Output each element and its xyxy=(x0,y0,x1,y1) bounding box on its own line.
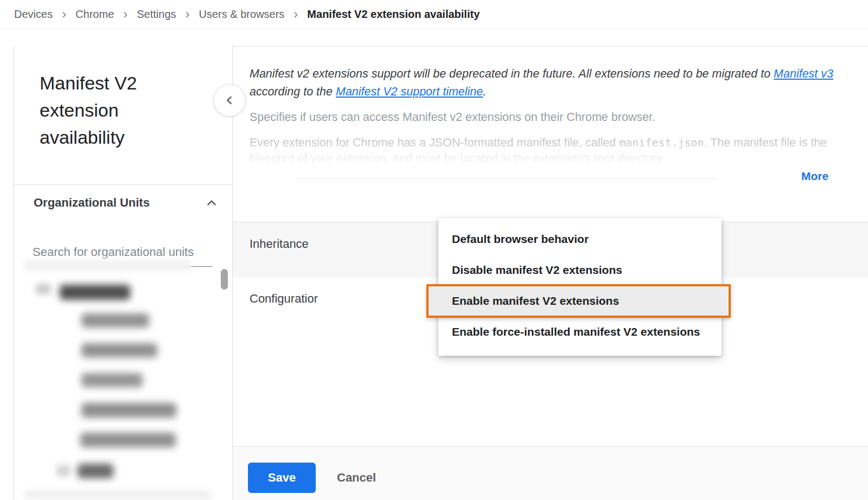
notice-text: according to the xyxy=(250,85,336,98)
breadcrumb-item-settings[interactable]: Settings xyxy=(137,8,176,21)
manifest-json-code: manifest.json xyxy=(619,136,704,149)
blurred-ou-item[interactable] xyxy=(81,343,157,357)
breadcrumb-separator: › xyxy=(176,9,199,20)
blurred-ou-item[interactable] xyxy=(81,373,143,387)
collapse-panel-button[interactable] xyxy=(213,84,246,117)
breadcrumb-separator: › xyxy=(284,9,307,20)
configuration-label: Configuratior xyxy=(250,292,318,306)
option-disable-manifest-v2[interactable]: Disable manifest V2 extensions xyxy=(438,254,722,285)
option-default-browser-behavior[interactable]: Default browser behavior xyxy=(438,223,722,254)
more-link[interactable]: More xyxy=(801,170,828,183)
help-text: . The manifest file is the xyxy=(704,136,827,149)
setting-description: Manifest v2 extensions support will be d… xyxy=(233,47,868,183)
expand-arrow-icon[interactable] xyxy=(36,284,51,294)
blurred-ou-item[interactable] xyxy=(81,313,149,328)
blurred-ou-selection[interactable] xyxy=(23,259,192,271)
option-enable-manifest-v2-highlighted[interactable]: Enable manifest V2 extensions xyxy=(426,284,731,318)
breadcrumb-item-devices[interactable]: Devices xyxy=(14,8,53,21)
cancel-button[interactable]: Cancel xyxy=(325,463,388,493)
panel-divider xyxy=(14,184,233,185)
chevron-up-icon[interactable] xyxy=(205,196,219,210)
blurred-ou-item[interactable] xyxy=(78,464,113,478)
option-enable-force-installed-manifest-v2[interactable]: Enable force-installed manifest V2 exten… xyxy=(438,316,722,347)
setting-summary-text: Specifies if users can access Manifest v… xyxy=(250,111,857,124)
faded-help-text-2: blueprint of your extension, and must be… xyxy=(250,152,857,165)
deprecation-notice-line1: Manifest v2 extensions support will be d… xyxy=(250,65,857,83)
option-enable-manifest-v2-label: Enable manifest V2 extensions xyxy=(452,294,619,307)
manifest-v2-timeline-link[interactable]: Manifest V2 support timeline xyxy=(336,85,483,98)
page-title: Manifest V2 extension availability xyxy=(40,69,208,151)
notice-text: . xyxy=(483,85,486,98)
description-hairline xyxy=(296,178,716,179)
blurred-ou-item[interactable] xyxy=(80,433,176,447)
save-button[interactable]: Save xyxy=(248,463,316,493)
blurred-ou-item[interactable] xyxy=(81,403,176,418)
organizational-units-label: Organizational Units xyxy=(22,196,150,210)
help-text: Every extension for Chrome has a JSON-fo… xyxy=(250,136,619,149)
blurred-ou-root[interactable] xyxy=(60,285,130,300)
setting-side-panel: Manifest V2 extension availability xyxy=(14,46,233,500)
breadcrumb-separator: › xyxy=(114,9,137,20)
chevron-left-icon xyxy=(222,93,237,107)
action-footer: Save Cancel xyxy=(233,446,868,500)
manifest-v3-link[interactable]: Manifest v3 xyxy=(774,67,833,80)
breadcrumb-item-users-browsers[interactable]: Users & browsers xyxy=(199,8,285,21)
deprecation-notice-line2: according to the Manifest V2 support tim… xyxy=(250,83,857,101)
panel-scrollbar-thumb[interactable] xyxy=(221,269,228,290)
breadcrumb-current-page: Manifest V2 extension availability xyxy=(307,8,480,21)
notice-text: Manifest v2 extensions support will be d… xyxy=(250,67,774,80)
breadcrumb-item-chrome[interactable]: Chrome xyxy=(75,8,114,21)
breadcrumb-separator: › xyxy=(53,9,75,20)
organizational-units-header[interactable]: Organizational Units xyxy=(22,191,225,215)
breadcrumb: Devices › Chrome › Settings › Users & br… xyxy=(0,0,868,29)
expand-arrow-icon[interactable] xyxy=(56,465,71,476)
inheritance-label: Inheritance xyxy=(250,237,309,251)
blurred-ou-item xyxy=(24,491,212,498)
faded-help-text: Every extension for Chrome has a JSON-fo… xyxy=(250,136,857,150)
